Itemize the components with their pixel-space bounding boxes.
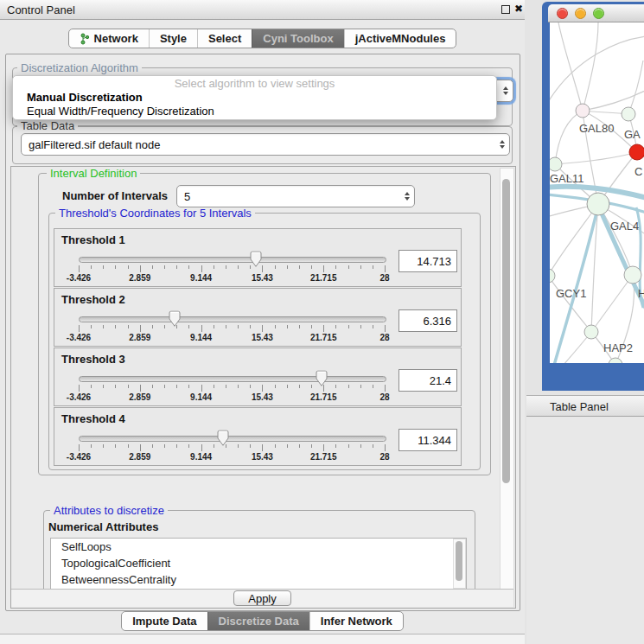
network-thick-edge[interactable] <box>553 206 598 363</box>
attribute-item-topologicalcoefficient[interactable]: TopologicalCoefficient <box>51 555 466 571</box>
network-node-hap2[interactable] <box>584 325 598 339</box>
thresholds-group-title: Threshold's Coordinates for 5 Intervals <box>55 207 255 219</box>
attribute-item-selfloops[interactable]: SelfLoops <box>51 539 466 555</box>
tab-jactivemnodules[interactable]: jActiveMNodules <box>344 29 456 48</box>
combo-stepper-icon[interactable] <box>503 86 513 95</box>
tab-select[interactable]: Select <box>197 29 252 48</box>
screen: Control Panel ✖ NetworkStyleSelectCyni T… <box>0 0 644 644</box>
panel-bottom-strip <box>0 634 525 644</box>
threshold-row-3: Threshold 3-3.4262.8599.14415.4321.71528… <box>54 348 462 406</box>
network-node-gcy1[interactable] <box>550 269 555 283</box>
threshold-slider-track[interactable] <box>79 257 386 263</box>
numerical-attributes-list[interactable]: SelfLoopsTopologicalCoefficientBetweenne… <box>50 538 467 590</box>
combo-stepper-icon[interactable] <box>500 140 509 149</box>
network-node-gal11[interactable] <box>550 157 562 171</box>
table-panel: ⚙ ☑☑ shared... na YDL19...YDL1YDR27...YD… <box>526 417 644 644</box>
apply-button[interactable]: Apply <box>233 590 291 606</box>
threshold-slider-track[interactable] <box>79 436 386 442</box>
threshold-row-4: Threshold 4-3.4262.8599.14415.4321.71528… <box>54 407 462 466</box>
tab-label: Network <box>94 32 138 45</box>
control-panel: Control Panel ✖ NetworkStyleSelectCyni T… <box>0 0 526 644</box>
network-node-c[interactable] <box>629 144 644 160</box>
threshold-row-1: Threshold 1-3.4262.8599.14415.4321.71528… <box>54 228 462 287</box>
network-edge[interactable] <box>628 61 643 114</box>
table-data-combobox-value: galFiltered.sif default node <box>29 138 160 151</box>
network-node-h[interactable] <box>624 266 641 284</box>
network-node-label: GA <box>624 128 641 141</box>
bottom-tab-impute-data[interactable]: Impute Data <box>122 612 207 630</box>
apply-strip: Apply <box>11 589 513 607</box>
algorithm-option-manual-discretization[interactable]: Manual Discretization <box>13 91 496 105</box>
control-panel-title: Control Panel <box>7 3 75 16</box>
scrollbar-thumb[interactable] <box>456 541 462 581</box>
slider-tick-labels: -3.4262.8599.14415.4321.71528 <box>79 333 385 343</box>
network-node-label: GAL4 <box>610 220 639 233</box>
network-node-label: GCY1 <box>556 287 586 300</box>
combo-stepper-icon[interactable] <box>405 192 414 201</box>
tab-label: Style <box>160 32 187 45</box>
bottom-tab-infer-network[interactable]: Infer Network <box>309 612 403 630</box>
network-node-label: C <box>634 165 642 178</box>
table-data-group-title: Table Data <box>17 120 78 131</box>
network-edge[interactable] <box>583 22 598 111</box>
tab-cyni-toolbox[interactable]: Cyni Toolbox <box>252 29 343 48</box>
network-node-gal80[interactable] <box>576 104 590 118</box>
settings-vertical-scrollbar[interactable] <box>500 168 514 607</box>
tab-style[interactable]: Style <box>149 29 197 48</box>
threshold-value-field[interactable]: 11.344 <box>399 429 457 451</box>
network-node-label: H <box>638 287 644 300</box>
number-of-intervals-value: 5 <box>184 190 190 203</box>
bottom-tab-discretize-data[interactable]: Discretize Data <box>207 612 309 630</box>
threshold-slider-track[interactable] <box>79 376 386 382</box>
network-node-label: GAL11 <box>550 172 584 185</box>
network-canvas[interactable]: GAL80GACGAL11GAL4GCY1HHAP2 <box>550 22 644 363</box>
threshold-value-field[interactable]: 6.316 <box>399 309 457 332</box>
network-edge[interactable] <box>555 111 583 164</box>
tab-label: Select <box>208 32 241 45</box>
table-panel-titlebar: Table Panel <box>526 395 644 417</box>
attributes-group-title: Attributes to discretize <box>50 505 168 516</box>
threshold-label: Threshold 3 <box>61 353 125 366</box>
tab-network[interactable]: Network <box>69 29 149 48</box>
attributes-list-scrollbar[interactable] <box>453 539 466 589</box>
close-traffic-light-icon[interactable] <box>557 8 568 19</box>
network-node-gal4[interactable] <box>587 193 609 215</box>
tab-label: Impute Data <box>132 615 196 628</box>
algorithm-option-equal-width-frequency-discretization[interactable]: Equal Width/Frequency Discretization <box>13 105 496 118</box>
zoom-traffic-light-icon[interactable] <box>593 8 604 19</box>
interval-definition-group-title: Interval Definition <box>47 168 140 179</box>
slider-ticks <box>79 265 385 273</box>
threshold-slider-track[interactable] <box>79 316 386 322</box>
bottom-tab-bar: Impute DataDiscretize DataInfer Network <box>0 611 525 631</box>
algorithm-dropdown-popup: Select algorithm to view settings Manual… <box>12 75 497 120</box>
network-edge[interactable] <box>591 275 633 332</box>
slider-tick-labels: -3.4262.8599.14415.4321.71528 <box>79 452 385 462</box>
network-node-label: HAP2 <box>603 341 633 354</box>
tab-label: Cyni Toolbox <box>263 32 333 45</box>
numerical-attributes-label: Numerical Attributes <box>48 520 158 533</box>
network-view-window[interactable]: GAL80GACGAL11GAL4GCY1HHAP2 <box>542 2 644 391</box>
threshold-row-2: Threshold 2-3.4262.8599.14415.4321.71528… <box>54 288 462 347</box>
float-window-icon[interactable] <box>501 5 510 14</box>
close-icon[interactable]: ✖ <box>514 3 523 15</box>
slider-ticks <box>79 325 385 333</box>
network-edge[interactable] <box>583 90 644 111</box>
threshold-label: Threshold 2 <box>61 293 125 306</box>
number-of-intervals-label: Number of Intervals <box>62 189 168 202</box>
attribute-item-betweennesscentrality[interactable]: BetweennessCentrality <box>51 571 466 588</box>
network-window-titlebar[interactable] <box>548 4 644 22</box>
network-edge[interactable] <box>555 152 637 164</box>
threshold-value-field[interactable]: 21.4 <box>399 369 457 392</box>
network-node-ga[interactable] <box>622 107 635 121</box>
table-data-combobox[interactable]: galFiltered.sif default node <box>21 133 510 156</box>
scrollbar-thumb[interactable] <box>502 179 510 483</box>
control-panel-titlebar: Control Panel ✖ <box>0 0 525 20</box>
slider-ticks <box>79 444 385 452</box>
number-of-intervals-combobox[interactable]: 5 <box>176 185 415 207</box>
algorithm-popup-prompt: Select algorithm to view settings <box>13 76 496 91</box>
threshold-value-field[interactable]: 14.713 <box>399 250 457 272</box>
network-node[interactable] <box>609 358 622 363</box>
tab-label: jActiveMNodules <box>355 32 446 45</box>
minimize-traffic-light-icon[interactable] <box>575 8 586 19</box>
network-graph: GAL80GACGAL11GAL4GCY1HHAP2 <box>550 22 644 363</box>
